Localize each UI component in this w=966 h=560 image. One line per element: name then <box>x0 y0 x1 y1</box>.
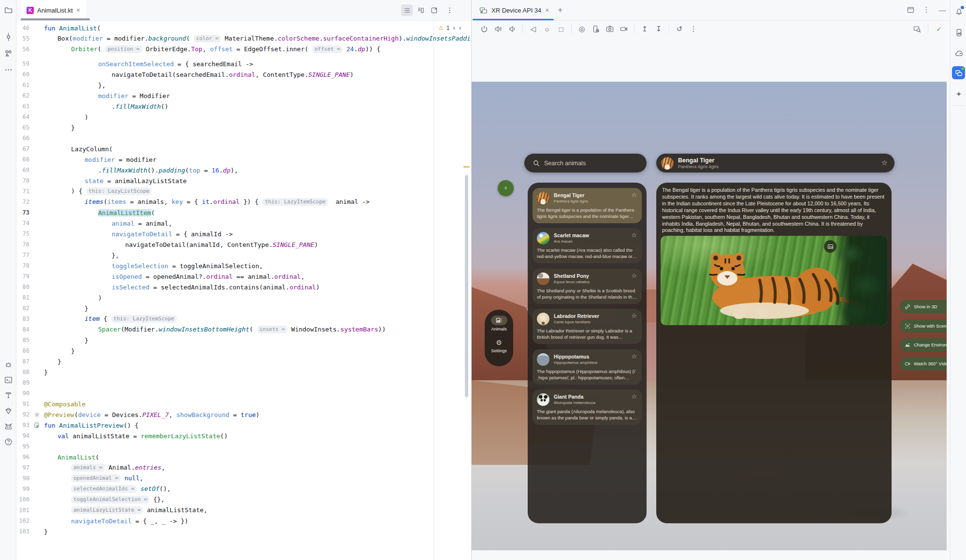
line-number: 73 <box>16 209 29 216</box>
tab-xr-device[interactable]: XR Device API 34 × + <box>473 0 569 20</box>
code-line: 65} <box>16 122 471 133</box>
terminal-icon[interactable] <box>3 375 13 385</box>
watch-360-video-button[interactable]: Watch 360° Video <box>900 357 947 370</box>
compare-screenshot-icon[interactable] <box>912 24 922 34</box>
inspection-widget[interactable]: ⚠1 ∧ ∨ <box>436 23 464 33</box>
change-environment-button[interactable]: Change Environme <box>900 338 947 351</box>
float-view-icon[interactable] <box>428 4 440 16</box>
animal-list-item[interactable]: Hippopotamus Hippopotamus amphibius ☆ Th… <box>533 349 642 385</box>
overview-icon[interactable]: □ <box>556 24 566 34</box>
show-with-scene-button[interactable]: Show with Scene <box>900 319 947 332</box>
split-view-icon[interactable] <box>415 4 426 16</box>
animal-list-item[interactable]: Labrador Retriever Canis lupus familiari… <box>533 309 642 344</box>
single-view-icon[interactable] <box>401 4 413 16</box>
line-number: 82 <box>16 305 29 312</box>
build-icon[interactable] <box>3 390 13 400</box>
device-manager-icon[interactable] <box>953 27 964 38</box>
animal-list-item[interactable]: Shetland Pony Equus ferus caballus ☆ The… <box>533 269 642 304</box>
home-icon[interactable]: ○ <box>542 24 552 34</box>
favorite-star-icon[interactable]: ☆ <box>631 272 637 279</box>
run-preview-gutter-icon[interactable] <box>29 422 44 429</box>
xr-recenter-button[interactable]: ✧ <box>498 180 514 196</box>
notifications-bell-icon[interactable] <box>953 6 964 16</box>
line-number: 64 <box>16 114 29 120</box>
photo-gallery-badge-icon[interactable] <box>824 240 836 253</box>
animal-list-item[interactable]: Giant Panda Ailuropoda melanoleuca ☆ The… <box>533 389 642 425</box>
reset-icon[interactable]: ↺ <box>675 24 684 34</box>
code-line: 96AnimalList( <box>16 452 471 462</box>
screenshot-icon[interactable] <box>605 24 615 34</box>
close-tab-icon[interactable]: × <box>76 7 80 14</box>
code-line: 63.fillMaxWidth() <box>16 101 471 112</box>
more-tools-icon[interactable] <box>3 65 13 74</box>
push-file-icon[interactable]: ↥ <box>640 24 649 34</box>
back-icon[interactable]: ◁ <box>528 24 538 34</box>
gradle-icon[interactable] <box>953 48 964 59</box>
favorite-star-icon[interactable]: ☆ <box>631 191 637 199</box>
volume-down-icon[interactable] <box>507 24 517 34</box>
structure-icon[interactable] <box>3 48 13 58</box>
next-issue-icon[interactable]: ∨ <box>459 26 462 30</box>
pony-avatar <box>537 273 549 285</box>
line-number: 91 <box>16 401 29 407</box>
device-settings-icon[interactable] <box>591 24 601 34</box>
tiger-photo[interactable] <box>661 236 887 325</box>
window-more-icon[interactable]: ⋮ <box>922 5 931 14</box>
window-layout-icon[interactable] <box>906 5 915 14</box>
animal-detail-card: The Bengal tiger is a population of the … <box>656 183 892 523</box>
pane-divider[interactable] <box>471 0 472 560</box>
logcat-icon[interactable] <box>3 421 13 431</box>
record-video-icon[interactable] <box>619 24 629 34</box>
line-number: 72 <box>16 199 29 205</box>
new-device-tab-icon[interactable]: + <box>558 6 562 14</box>
favorite-star-icon[interactable]: ☆ <box>631 312 637 319</box>
animal-description: The Bengal tiger is a population of the … <box>537 207 638 219</box>
nav-item-settings[interactable]: ⚙ Settings <box>485 338 513 353</box>
favorite-star-icon[interactable]: ☆ <box>881 158 888 167</box>
code-content[interactable]: 46fun AnimalList(55Box(modifier = modifi… <box>16 23 471 537</box>
line-number: 70 <box>16 177 29 184</box>
close-device-tab-icon[interactable]: × <box>545 7 549 14</box>
code-line: 85} <box>16 335 471 345</box>
favorite-star-icon[interactable]: ☆ <box>631 353 637 360</box>
detail-header[interactable]: Bengal Tiger Panthera tigris tigris ☆ <box>656 154 894 172</box>
code-line: 64) <box>16 112 471 122</box>
commit-icon[interactable] <box>3 32 13 42</box>
code-line: 92@Preview(device = Devices.PIXEL_7, sho… <box>16 409 471 420</box>
project-folder-icon[interactable] <box>3 5 13 14</box>
warning-icon: ⚠ <box>438 25 444 31</box>
profiler-icon[interactable] <box>3 406 13 416</box>
line-number: 85 <box>16 337 29 344</box>
favorite-star-icon[interactable]: ☆ <box>631 231 637 239</box>
animal-list-item[interactable]: Scarlet macaw Ara macao ☆ The scarlet ma… <box>533 228 642 263</box>
favorite-star-icon[interactable]: ☆ <box>631 393 637 400</box>
help-icon[interactable] <box>3 437 13 446</box>
detail-subtitle: Panthera tigris tigris <box>678 164 719 169</box>
tab-animallist-kt[interactable]: K AnimalList.kt × <box>21 0 86 20</box>
volume-up-icon[interactable] <box>493 24 503 34</box>
power-icon[interactable] <box>479 24 489 34</box>
toolbar-more-icon[interactable]: ⋮ <box>689 24 698 34</box>
screen-record-icon[interactable]: ◎ <box>577 24 587 34</box>
line-number: 93 <box>16 422 29 429</box>
gemini-icon[interactable]: ✦ <box>953 89 964 100</box>
code-line: 62modifier = Modifier <box>16 90 471 101</box>
line-number: 78 <box>16 262 29 269</box>
show-in-3d-button[interactable]: Show in 3D <box>900 300 947 313</box>
preview-settings-gutter-icon[interactable] <box>29 412 44 418</box>
code-line: 78toggleSelection = toggleAnimalSelectio… <box>16 260 471 271</box>
macaw-avatar <box>537 232 549 244</box>
nav-item-animals[interactable]: Animals <box>485 316 513 331</box>
running-devices-icon[interactable] <box>952 66 965 79</box>
tab-options-kebab-icon[interactable] <box>444 4 455 16</box>
animal-list-item[interactable]: Bengal Tiger Panthera tigris tigris ☆ Th… <box>533 188 642 223</box>
problems-bug-icon[interactable] <box>3 359 13 369</box>
save-file-icon[interactable]: ↧ <box>654 24 663 34</box>
prev-issue-icon[interactable]: ∧ <box>452 26 456 30</box>
minimize-icon[interactable]: — <box>937 5 947 14</box>
action-label: Change Environme <box>914 342 947 347</box>
code-line: 59onSearchItemSelected = { searchedEmail… <box>16 58 471 69</box>
search-input[interactable]: Search animals <box>524 154 647 172</box>
code-line: 81) <box>16 292 471 303</box>
animal-description: The scarlet macaw (Ara macao) also calle… <box>537 247 638 259</box>
